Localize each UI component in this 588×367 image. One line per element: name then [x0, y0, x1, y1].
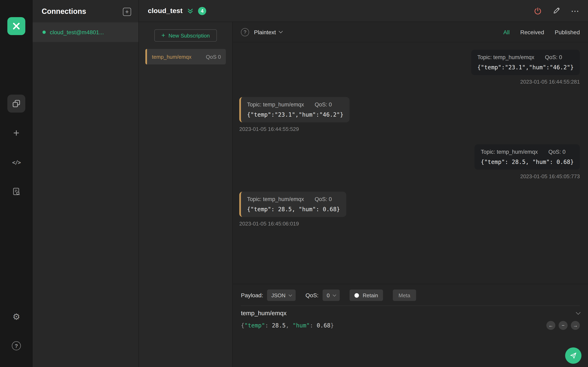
code-icon: </> — [12, 159, 21, 165]
publish-topic-input[interactable]: temp_hum/emqx — [241, 309, 286, 317]
message-timestamp: 2023-01-05 16:44:55:529 — [239, 126, 299, 132]
message-header: Topic: temp_hum/emqx QoS: 0 — [481, 149, 574, 155]
nav-new-connection-button[interactable]: + — [7, 124, 25, 142]
message-format-select[interactable]: Plaintext — [254, 29, 282, 35]
new-subscription-button[interactable]: + New Subscription — [155, 29, 217, 42]
message-bubble[interactable]: Topic: temp_hum/emqx QoS: 0 {"temp": 28.… — [239, 192, 346, 217]
connections-panel: Connections + cloud_test@m4801... — [33, 0, 139, 367]
meta-button[interactable]: Meta — [393, 290, 416, 301]
nav-script-button[interactable]: </> — [7, 153, 25, 171]
message-topic: Topic: temp_hum/emqx — [247, 196, 304, 202]
plus-icon: + — [13, 128, 19, 138]
collapse-editor-chevron-icon[interactable] — [576, 310, 581, 315]
filter-received[interactable]: Received — [520, 29, 544, 35]
retain-dot-icon — [355, 293, 359, 298]
message-qos: QoS: 0 — [548, 149, 566, 155]
message-bubble[interactable]: Topic: temp_hum/emqx QoS: 0 {"temp":"23.… — [239, 97, 350, 122]
editor-token: "temp" — [244, 322, 265, 329]
add-connection-button[interactable]: + — [123, 8, 131, 16]
editor-token: 28.5 — [272, 322, 286, 329]
history-prev-button[interactable]: ← — [546, 321, 555, 330]
filter-all[interactable]: All — [503, 29, 510, 35]
connection-name: cloud_test@m4801... — [50, 29, 104, 35]
payload-format-select[interactable]: JSON — [267, 290, 296, 301]
payload-editor-row: {"temp": 28.5, "hum": 0.68} ← − → — [241, 321, 580, 330]
subscription-topic: temp_hum/emqx — [152, 54, 203, 60]
message-timestamp: 2023-01-05 16:45:05:773 — [520, 173, 580, 179]
message-topic: Topic: temp_hum/emqx — [481, 149, 538, 155]
retain-label: Retain — [363, 292, 378, 298]
edit-connection-button[interactable] — [553, 7, 560, 15]
connection-status-dot — [43, 31, 46, 34]
message-published: Topic: temp_hum/emqx QoS: 0 {"temp": 28.… — [475, 144, 580, 179]
message-header: Topic: temp_hum/emqx QoS: 0 — [477, 54, 574, 60]
messages-toolbar-left: ? Plaintext — [241, 28, 282, 36]
payload-help-icon[interactable]: ? — [241, 28, 249, 36]
connection-list-item[interactable]: cloud_test@m4801... — [33, 22, 138, 42]
messages-toolbar: ? Plaintext All Received Published — [233, 22, 588, 42]
retain-toggle[interactable]: Retain — [350, 290, 383, 301]
qos-value: 0 — [327, 292, 329, 298]
collapse-panel-button[interactable] — [187, 7, 194, 15]
message-qos: QoS: 0 — [315, 101, 332, 108]
message-header: Topic: temp_hum/emqx QoS: 0 — [247, 196, 340, 202]
qos-select[interactable]: 0 — [323, 290, 340, 301]
message-timestamp: 2023-01-05 16:44:55:281 — [520, 79, 580, 85]
send-button[interactable] — [565, 347, 581, 364]
disconnect-button[interactable] — [534, 7, 542, 15]
nav-log-button[interactable] — [7, 183, 25, 201]
message-header: Topic: temp_hum/emqx QoS: 0 — [247, 101, 343, 108]
publish-controls: Payload: JSON QoS: 0 Retain — [241, 288, 580, 302]
main-area: cloud_test 4 — [139, 0, 588, 367]
gear-icon: ⚙ — [12, 312, 20, 321]
message-received: Topic: temp_hum/emqx QoS: 0 {"temp":"23.… — [239, 97, 350, 132]
payload-format-value: JSON — [271, 292, 285, 298]
message-qos: QoS: 0 — [315, 196, 332, 202]
help-icon: ? — [12, 341, 21, 350]
subscription-item[interactable]: temp_hum/emqx QoS 0 — [145, 49, 226, 64]
rail-nav: + </> — [7, 95, 25, 201]
connections-icon — [12, 99, 21, 108]
editor-token: "hum" — [293, 322, 310, 329]
topbar-left: cloud_test 4 — [148, 7, 206, 15]
payload-format-label: Payload: — [241, 292, 263, 299]
message-payload: {"temp":"23.1","hum":"46.2"} — [477, 64, 574, 71]
message-bubble[interactable]: Topic: temp_hum/emqx QoS: 0 {"temp":"23.… — [471, 50, 580, 75]
send-paper-plane-icon — [570, 352, 577, 359]
mqttx-app: + </> ⚙ ? Conne — [0, 0, 588, 367]
plus-icon: + — [125, 8, 129, 15]
content: + New Subscription temp_hum/emqx QoS 0 ?… — [139, 22, 588, 367]
new-subscription-label: New Subscription — [168, 33, 210, 39]
log-icon — [12, 187, 21, 196]
message-timestamp: 2023-01-05 16:45:06:019 — [239, 221, 299, 227]
message-topic: Topic: temp_hum/emqx — [477, 54, 534, 60]
app-rail: + </> ⚙ ? — [0, 0, 33, 367]
message-bubble[interactable]: Topic: temp_hum/emqx QoS: 0 {"temp": 28.… — [475, 144, 580, 170]
editor-token: , — [286, 322, 293, 329]
mqttx-logo-icon — [12, 22, 21, 31]
message-filters: All Received Published — [503, 29, 580, 35]
publish-panel: Payload: JSON QoS: 0 Retain — [233, 284, 588, 367]
more-options-button[interactable]: ⋯ — [571, 7, 579, 15]
rail-bottom: ⚙ ? — [7, 308, 25, 367]
editor-token: 0.68 — [317, 322, 330, 329]
help-button[interactable]: ? — [7, 337, 25, 355]
filter-published[interactable]: Published — [555, 29, 580, 35]
settings-button[interactable]: ⚙ — [7, 308, 25, 325]
subscription-count-badge: 4 — [198, 7, 206, 15]
power-icon — [534, 7, 542, 15]
chevron-down-icon — [289, 293, 292, 297]
connection-topbar: cloud_test 4 — [139, 0, 588, 22]
editor-token: : — [310, 322, 317, 329]
mqttx-logo — [7, 17, 25, 35]
nav-connections-button[interactable] — [7, 95, 25, 113]
message-topic: Topic: temp_hum/emqx — [247, 101, 304, 108]
history-collapse-button[interactable]: − — [559, 321, 568, 330]
message-published: Topic: temp_hum/emqx QoS: 0 {"temp":"23.… — [471, 50, 580, 85]
history-next-button[interactable]: → — [571, 321, 580, 330]
message-payload: {"temp": 28.5, "hum": 0.68} — [481, 159, 574, 165]
message-format-value: Plaintext — [254, 29, 276, 35]
payload-editor[interactable]: {"temp": 28.5, "hum": 0.68} — [241, 322, 546, 329]
pencil-icon — [553, 7, 560, 15]
topbar-actions: ⋯ — [534, 7, 579, 15]
